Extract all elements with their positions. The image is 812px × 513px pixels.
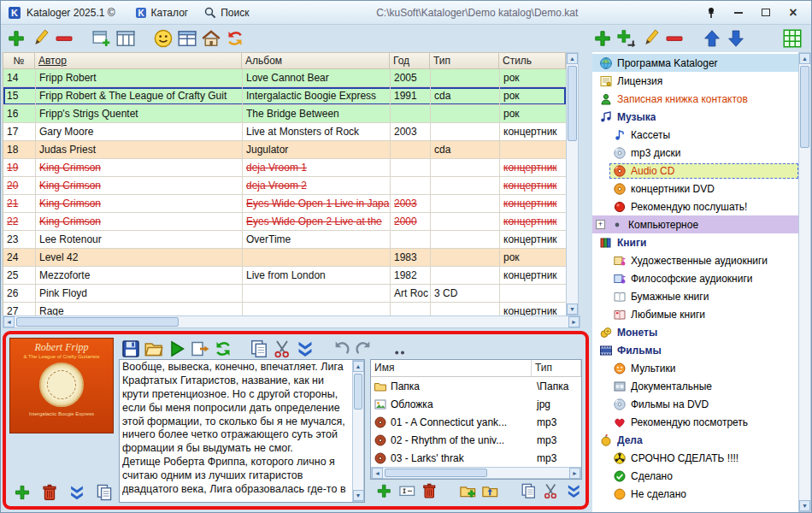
scroll-down-arrow[interactable]: ▼ bbox=[353, 490, 364, 501]
table-row[interactable]: 24Level 421983рок bbox=[3, 249, 566, 267]
folder-add-button[interactable] bbox=[459, 481, 477, 502]
export-button[interactable] bbox=[190, 339, 210, 359]
save-button[interactable] bbox=[121, 339, 141, 359]
smiley-button[interactable] bbox=[153, 28, 174, 49]
minimize-button[interactable] bbox=[727, 4, 750, 21]
maximize-button[interactable] bbox=[755, 4, 777, 21]
scroll-thumb[interactable] bbox=[568, 66, 577, 141]
column-header[interactable]: Стиль bbox=[499, 52, 566, 69]
table-row[interactable]: 22King CrimsonEyes Wide Open 2 Live at t… bbox=[3, 213, 566, 231]
tree-item[interactable]: Музыка bbox=[592, 108, 798, 126]
tree-item[interactable]: Мультики bbox=[592, 359, 798, 377]
copy-button[interactable] bbox=[95, 482, 114, 503]
arrow-up-button[interactable] bbox=[702, 28, 722, 49]
tree-item[interactable]: +Компьютерное bbox=[592, 215, 798, 233]
undo-button[interactable] bbox=[331, 339, 351, 359]
columns-button[interactable] bbox=[115, 28, 136, 49]
file-row[interactable]: Папка\Папка bbox=[371, 377, 581, 395]
table-row[interactable]: 19King Crimsondeja Vroom 1концертник bbox=[3, 159, 566, 177]
scroll-thumb[interactable] bbox=[354, 374, 362, 410]
description-text[interactable]: Вообще, вывеска, конечно, впечатляет. Ли… bbox=[122, 361, 350, 501]
table-vscrollbar[interactable]: ▲ ▼ bbox=[566, 52, 579, 315]
open-button[interactable] bbox=[144, 339, 164, 359]
column-header[interactable]: Автор bbox=[35, 52, 242, 69]
del-button[interactable] bbox=[54, 28, 74, 49]
table-row[interactable]: 23Lee RotenourOverTimeконцертник bbox=[3, 231, 566, 249]
description-vscrollbar[interactable]: ▲ ▼ bbox=[352, 360, 364, 502]
tree-item[interactable]: Бумажные книги bbox=[592, 287, 798, 305]
tree-item[interactable]: Рекомендую посмотреть bbox=[592, 413, 798, 431]
column-header[interactable]: № bbox=[3, 52, 35, 69]
add-button[interactable] bbox=[13, 482, 32, 503]
add-button[interactable] bbox=[592, 28, 613, 49]
scroll-thumb[interactable] bbox=[800, 66, 809, 148]
tree-item[interactable]: Записная книжка контактов bbox=[592, 90, 798, 108]
pin-button[interactable] bbox=[700, 4, 722, 21]
copy-button[interactable] bbox=[249, 339, 269, 359]
table-row[interactable]: 27Rageконцертник bbox=[3, 303, 566, 315]
grid-green-button[interactable] bbox=[782, 28, 803, 49]
tree-item[interactable]: Документальные bbox=[592, 377, 798, 395]
tree-item[interactable]: Сделано bbox=[592, 467, 798, 485]
tree-item[interactable]: Любимые книги bbox=[592, 305, 798, 323]
tree-item[interactable]: Кассеты bbox=[592, 126, 798, 144]
chevrons-down-button[interactable] bbox=[565, 481, 583, 502]
tree-item[interactable]: Монеты bbox=[592, 323, 798, 341]
folder-up-button[interactable] bbox=[481, 481, 499, 502]
scroll-up-arrow[interactable]: ▲ bbox=[567, 53, 578, 64]
table-view-button[interactable] bbox=[177, 28, 197, 49]
table-hscrollbar[interactable]: ◄ ► bbox=[3, 315, 580, 328]
scroll-right-arrow[interactable]: ► bbox=[569, 468, 580, 479]
tree-item[interactable]: Программа Kataloger bbox=[592, 54, 798, 72]
tree-item[interactable]: Художественные аудиокниги bbox=[592, 251, 798, 269]
scroll-thumb[interactable] bbox=[16, 317, 179, 327]
more-button[interactable] bbox=[390, 339, 410, 359]
home-button[interactable] bbox=[201, 28, 221, 49]
tree-item[interactable]: Рекомендую послушать! bbox=[592, 198, 798, 215]
file-row[interactable]: Обложкаjpg bbox=[371, 395, 581, 413]
menu-search[interactable]: Поиск bbox=[198, 4, 254, 21]
scroll-left-arrow[interactable]: ◄ bbox=[372, 468, 383, 479]
tree-item[interactable]: Философские аудиокниги bbox=[592, 269, 798, 287]
table-row[interactable]: 16Fripp's Strigs QuentetThe Bridge Betwe… bbox=[3, 105, 566, 123]
file-row[interactable]: 02 - Rhythm of the univ...mp3 bbox=[371, 431, 581, 449]
add-sub-button[interactable] bbox=[616, 28, 637, 49]
table-row[interactable]: 25MezzoforteLive from London1982концертн… bbox=[3, 267, 566, 285]
scroll-up-arrow[interactable]: ▲ bbox=[353, 361, 364, 372]
redo-button[interactable] bbox=[354, 339, 374, 359]
column-header[interactable]: Альбом bbox=[242, 52, 390, 69]
column-header[interactable]: Год bbox=[390, 52, 430, 69]
tree-item[interactable]: Не сделано bbox=[592, 485, 798, 503]
add-child-button[interactable] bbox=[91, 28, 112, 49]
scroll-down-arrow[interactable]: ▼ bbox=[799, 500, 810, 511]
cut-button[interactable] bbox=[272, 339, 292, 359]
table-row[interactable]: 17Gary MooreLive at Monsters of Rock2003… bbox=[3, 123, 566, 141]
scroll-right-arrow[interactable]: ► bbox=[568, 316, 580, 327]
chevrons-down-button[interactable] bbox=[295, 339, 315, 359]
table-row[interactable]: 18Judas PriestJugulatorcda bbox=[3, 141, 566, 159]
add-button[interactable] bbox=[6, 28, 26, 49]
scroll-down-arrow[interactable]: ▼ bbox=[567, 304, 578, 315]
tree-item[interactable]: Фильмы на DVD bbox=[592, 395, 798, 413]
refresh-green-button[interactable] bbox=[213, 339, 233, 359]
copy-button[interactable] bbox=[520, 481, 538, 502]
add-button[interactable] bbox=[375, 481, 393, 502]
cut-button[interactable] bbox=[542, 481, 560, 502]
rename-button[interactable] bbox=[398, 481, 416, 502]
tree-item[interactable]: Книги bbox=[592, 233, 798, 251]
edit-button[interactable] bbox=[30, 28, 50, 49]
file-row[interactable]: 01 - A Connecticut yank...mp3 bbox=[371, 413, 581, 431]
tree-item[interactable]: Лицензия bbox=[592, 72, 798, 90]
edit-button[interactable] bbox=[640, 28, 661, 49]
files-column-type[interactable]: Тип bbox=[532, 360, 581, 376]
trash-button[interactable] bbox=[40, 482, 59, 503]
table-row[interactable]: 15Fripp Robert & The League of Crafty Gu… bbox=[3, 87, 566, 105]
table-row[interactable]: 21King CrimsonEyes Wide Open 1 Live in J… bbox=[3, 195, 566, 213]
album-cover[interactable]: Robert Fripp & The League of Crafty Guit… bbox=[9, 338, 114, 433]
expand-marker[interactable]: + bbox=[596, 220, 605, 229]
tree-item[interactable]: Фильмы bbox=[592, 341, 798, 359]
scroll-left-arrow[interactable]: ◄ bbox=[3, 316, 15, 327]
files-hscrollbar[interactable]: ◄ ► bbox=[371, 467, 581, 479]
scroll-thumb[interactable] bbox=[385, 469, 487, 477]
tree-item[interactable]: Audio CD bbox=[592, 162, 798, 180]
